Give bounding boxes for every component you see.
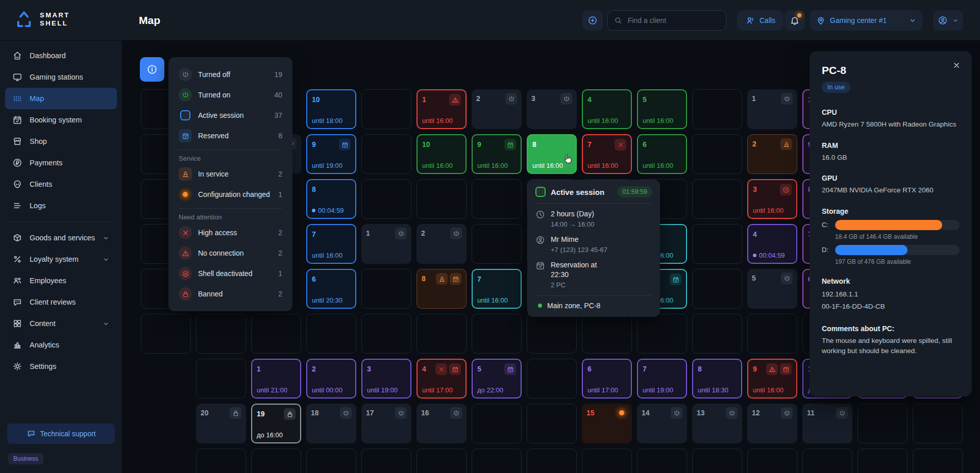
sidebar-item-content[interactable]: Content bbox=[5, 313, 117, 334]
station-tile-17[interactable]: 17 bbox=[361, 404, 411, 443]
spec-label: GPU bbox=[822, 174, 960, 182]
warn-icon bbox=[182, 250, 189, 257]
tooltip-row-sub: +7 (123) 123 45-67 bbox=[551, 246, 652, 254]
station-tile-8[interactable]: 8until 18:30 bbox=[692, 359, 742, 399]
session-until-label: до 22:00 bbox=[477, 386, 503, 394]
tooltip-row-title: Reservation at 22:30 bbox=[551, 260, 652, 280]
sidebar-item-map[interactable]: Map bbox=[5, 88, 117, 109]
account-menu-button[interactable] bbox=[933, 10, 963, 31]
station-tile-5[interactable]: 5 bbox=[747, 269, 797, 309]
station-tile-20[interactable]: 20 bbox=[196, 404, 246, 443]
sidebar-item-goods-and-services[interactable]: Goods and services bbox=[5, 227, 117, 248]
station-number: 6 bbox=[587, 363, 592, 375]
station-tile-2[interactable]: 2 bbox=[747, 134, 797, 174]
station-tile-10[interactable]: 10until 16:00 bbox=[416, 134, 467, 174]
notifications-button[interactable] bbox=[785, 10, 805, 31]
station-tile-19[interactable]: 19до 16:00 bbox=[251, 404, 301, 443]
station-tile-2[interactable]: 2until 00:00 bbox=[306, 359, 356, 399]
app-logo[interactable]: SMART SHELL bbox=[14, 10, 70, 29]
station-number: 2 bbox=[752, 138, 756, 150]
storage-caption: 18.4 GB of 146.4 GB available bbox=[835, 233, 960, 240]
station-tile-9[interactable]: 9until 19:00 bbox=[306, 134, 356, 174]
sidebar-item-dashboard[interactable]: Dashboard bbox=[5, 45, 117, 66]
station-tile-2[interactable]: 2 bbox=[472, 89, 522, 129]
map-info-button[interactable] bbox=[140, 57, 164, 82]
station-tile-7[interactable]: 7until 19:00 bbox=[637, 359, 687, 399]
station-tile-1[interactable]: 1 bbox=[747, 89, 797, 129]
legend-row-no-connection: No connection2 bbox=[179, 243, 282, 263]
map-slot-empty bbox=[527, 314, 577, 354]
station-tile-7[interactable]: 7until 16:00 bbox=[582, 134, 632, 174]
calls-button[interactable]: Calls bbox=[737, 10, 783, 31]
station-tile-1[interactable]: 1until 16:00 bbox=[416, 89, 467, 129]
station-tile-9[interactable]: 9until 16:00 bbox=[747, 359, 797, 399]
sidebar-item-payments[interactable]: Payments bbox=[5, 152, 117, 173]
station-tile-10[interactable]: 10until 18:00 bbox=[306, 89, 356, 129]
sidebar-item-logs[interactable]: Logs bbox=[5, 195, 117, 216]
station-tile-4[interactable]: 400:04:59 bbox=[747, 224, 797, 264]
station-tile-6[interactable]: 6until 16:00 bbox=[637, 134, 687, 174]
station-tile-9[interactable]: 9until 16:00 bbox=[472, 134, 522, 174]
station-tile-7[interactable]: 7until 16:00 bbox=[306, 224, 356, 264]
map-slot-empty bbox=[857, 404, 908, 443]
sidebar-item-employees[interactable]: Employees bbox=[5, 270, 117, 291]
station-tile-6[interactable]: 6until 20:30 bbox=[306, 269, 356, 309]
sidebar-item-settings[interactable]: Settings bbox=[5, 356, 117, 377]
station-tile-18[interactable]: 18 bbox=[306, 404, 356, 443]
sidebar-item-loyalty-system[interactable]: Loyalty system bbox=[5, 248, 117, 270]
station-tile-8[interactable]: 8 bbox=[416, 269, 467, 309]
storage-bar-track bbox=[835, 245, 960, 255]
station-tile-2[interactable]: 2 bbox=[416, 224, 467, 264]
station-tile-16[interactable]: 16 bbox=[416, 404, 467, 443]
station-tile-3[interactable]: 3until 19:00 bbox=[361, 359, 411, 399]
station-tile-13[interactable]: 13 bbox=[692, 404, 742, 443]
station-tile-7[interactable]: 7until 16:00 bbox=[472, 269, 522, 309]
map-slot-empty bbox=[472, 314, 522, 354]
smartshell-logo-icon bbox=[14, 10, 34, 29]
map-slot-empty bbox=[692, 89, 742, 129]
station-tile-4[interactable]: 4until 17:00 bbox=[416, 359, 467, 399]
map-slot-empty bbox=[196, 359, 246, 399]
client-search[interactable] bbox=[607, 10, 726, 31]
sidebar-item-label: Gaming stations bbox=[30, 73, 110, 81]
station-tile-12[interactable]: 12 bbox=[747, 404, 797, 443]
search-input[interactable] bbox=[627, 16, 720, 25]
spec-label: CPU bbox=[822, 108, 960, 116]
session-until-label: until 16:00 bbox=[643, 162, 673, 169]
add-client-button[interactable] bbox=[582, 10, 603, 31]
chart-icon bbox=[12, 340, 22, 350]
xtool-badge bbox=[615, 139, 626, 151]
cal-badge bbox=[670, 273, 681, 285]
sidebar-item-label: Payments bbox=[30, 159, 110, 167]
station-tile-11[interactable]: 11 bbox=[802, 404, 852, 443]
station-number: 16 bbox=[421, 407, 429, 419]
station-tile-15[interactable]: 15 bbox=[582, 404, 632, 443]
cal-icon bbox=[12, 115, 22, 125]
station-tile-5[interactable]: 5до 22:00 bbox=[472, 359, 522, 399]
station-tile-1[interactable]: 1until 21:00 bbox=[251, 359, 301, 399]
sidebar-item-booking-system[interactable]: Booking system bbox=[5, 109, 117, 131]
station-tile-1[interactable]: 1 bbox=[361, 224, 411, 264]
sidebar-item-gaming-stations[interactable]: Gaming stations bbox=[5, 66, 117, 88]
station-tile-4[interactable]: 4until 16:00 bbox=[582, 89, 632, 129]
station-number: 5 bbox=[477, 363, 481, 375]
station-tile-6[interactable]: 6until 17:00 bbox=[582, 359, 632, 399]
technical-support-button[interactable]: Technical support bbox=[7, 424, 115, 444]
station-tile-5[interactable]: 5until 16:00 bbox=[637, 89, 687, 129]
sidebar-item-client-reviews[interactable]: Client reviews bbox=[5, 291, 117, 313]
session-until-label: until 16:00 bbox=[422, 162, 453, 169]
spec-value: AMD Ryzen 7 5800H with Radeon Graphics bbox=[822, 119, 960, 130]
station-tile-8[interactable]: 800:04:59 bbox=[306, 179, 356, 219]
station-tile-14[interactable]: 14 bbox=[637, 404, 687, 443]
glow-dot-icon bbox=[179, 188, 192, 201]
plus-circle-icon bbox=[587, 15, 598, 26]
station-tile-3[interactable]: 3until 16:00 bbox=[747, 179, 797, 219]
station-tile-3[interactable]: 3 bbox=[527, 89, 577, 129]
session-countdown: 00:04:59 bbox=[312, 207, 344, 214]
location-selector[interactable]: Gaming center #1 bbox=[810, 10, 923, 31]
sidebar-item-analytics[interactable]: Analytics bbox=[5, 334, 117, 356]
sidebar-item-shop[interactable]: Shop bbox=[5, 131, 117, 152]
close-button[interactable] bbox=[949, 58, 964, 72]
cal-badge bbox=[504, 139, 516, 151]
sidebar-item-clients[interactable]: Clients bbox=[5, 173, 117, 195]
